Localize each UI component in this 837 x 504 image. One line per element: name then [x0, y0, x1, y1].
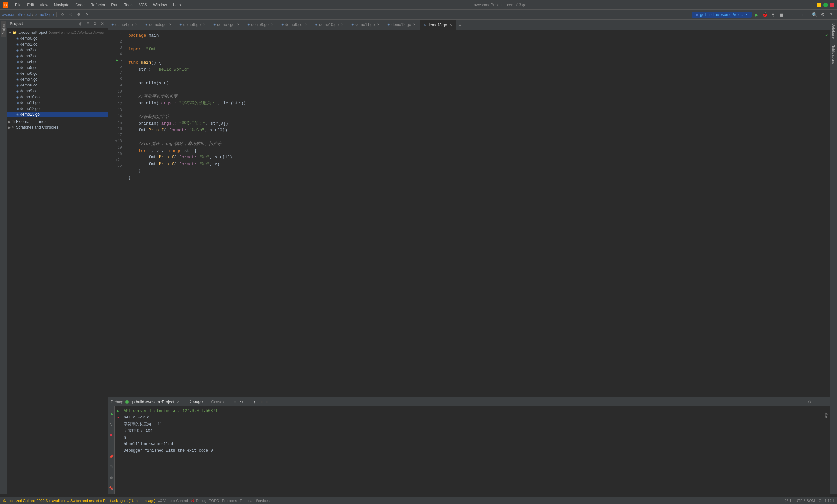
- pin-icon[interactable]: 📌: [109, 486, 113, 491]
- run-config-button[interactable]: ▶ go build awesomeProject ▼: [692, 12, 752, 18]
- panel-restore-button[interactable]: ⊞: [821, 399, 827, 405]
- tab-overflow-button[interactable]: ≡: [457, 22, 463, 27]
- tab-close-icon[interactable]: ✕: [168, 22, 173, 27]
- collapse-button[interactable]: ◁: [67, 12, 74, 17]
- tab-demo13[interactable]: ◈ demo13.go ✕: [420, 19, 457, 30]
- coverage-button[interactable]: ⛨: [769, 11, 777, 19]
- code-content[interactable]: package main import "fmt" func main() { …: [124, 30, 823, 397]
- tree-file-demo4[interactable]: ◈ demo4.go: [7, 59, 108, 65]
- tab-demo10[interactable]: ◈ demo10.go ✕: [312, 19, 348, 30]
- menu-edit[interactable]: Edit: [24, 2, 36, 8]
- menu-code[interactable]: Code: [73, 2, 87, 8]
- tree-external-libraries[interactable]: ▶ ⊞ External Libraries: [7, 119, 108, 125]
- tab-demo7[interactable]: ◈ demo7.go ✕: [210, 19, 244, 30]
- debug-output-area[interactable]: ▶ API server listening at: 127.0.0.1:508…: [114, 407, 823, 494]
- search-button[interactable]: 🔍: [810, 11, 818, 19]
- tab-close-icon[interactable]: ✕: [270, 22, 274, 27]
- run-gutter-icon[interactable]: ▶: [116, 58, 119, 64]
- notifications-tab[interactable]: Notifications: [831, 42, 836, 67]
- settings2-button[interactable]: ⚙: [819, 11, 826, 19]
- help-button[interactable]: ?: [827, 11, 835, 19]
- tree-settings-button[interactable]: ⚙: [92, 21, 98, 27]
- settings-button[interactable]: ⚙: [75, 12, 82, 17]
- menu-vcs[interactable]: VCS: [137, 2, 150, 8]
- project-breadcrumb[interactable]: awesomeProject: [2, 12, 31, 17]
- tab-close-icon[interactable]: ✕: [236, 22, 241, 27]
- menu-navigate[interactable]: Navigate: [51, 2, 72, 8]
- fold-icon[interactable]: ⊟: [115, 158, 117, 163]
- tree-file-demo12[interactable]: ◈ demo12.go: [7, 106, 108, 112]
- status-version-control[interactable]: ⎇ Version Control: [158, 499, 188, 503]
- tree-close-button[interactable]: ✕: [99, 21, 105, 27]
- tree-file-demo8[interactable]: ◈ demo8.go: [7, 82, 108, 88]
- status-encoding[interactable]: UTF-8 BOM: [795, 499, 815, 503]
- debugger-tab[interactable]: Debugger: [188, 399, 207, 405]
- menu-help[interactable]: Help: [170, 2, 184, 8]
- file-breadcrumb[interactable]: demo13.go: [34, 12, 54, 17]
- fold-icon[interactable]: ⊟: [115, 139, 117, 144]
- restart-debug-button[interactable]: ≡: [232, 399, 238, 405]
- tree-root-project[interactable]: ▼ 📁 awesomeProject D:\environment\GoWork…: [7, 30, 108, 35]
- structure-icon[interactable]: ⊞: [109, 465, 113, 468]
- status-warning[interactable]: ⚠ Localized GoLand 2022.3 is available /…: [3, 499, 155, 503]
- debug-side-icon[interactable]: ▶: [109, 413, 113, 415]
- tree-file-demo7[interactable]: ◈ demo7.go: [7, 76, 108, 82]
- stop-icon[interactable]: ■: [109, 434, 113, 436]
- tree-scratches-consoles[interactable]: ▶ ✎ Scratches and Consoles: [7, 125, 108, 130]
- minimize-button[interactable]: —: [817, 3, 821, 7]
- tab-close-icon[interactable]: ✕: [376, 22, 380, 27]
- tab-close-icon[interactable]: ✕: [412, 22, 417, 27]
- status-position[interactable]: 23:1: [785, 499, 791, 503]
- tree-file-demo0[interactable]: ◈ demo0.go: [7, 35, 108, 41]
- tree-collapse-button[interactable]: ⊟: [85, 21, 91, 27]
- console-tab[interactable]: Console: [210, 399, 227, 405]
- tree-file-demo10[interactable]: ◈ demo10.go: [7, 94, 108, 100]
- step-out-button[interactable]: ↑: [252, 399, 257, 405]
- close-button[interactable]: ✕: [830, 3, 834, 7]
- tab-demo12[interactable]: ◈ demo12.go ✕: [384, 19, 420, 30]
- menu-run[interactable]: Run: [108, 2, 121, 8]
- menu-refactor[interactable]: Refactor: [88, 2, 108, 8]
- make-icon[interactable]: make: [824, 408, 829, 419]
- tab-close-icon[interactable]: ✕: [340, 22, 344, 27]
- stop-button[interactable]: ◼: [778, 11, 786, 19]
- step-into-button[interactable]: ↓: [245, 399, 251, 405]
- tree-file-demo6[interactable]: ◈ demo6.go: [7, 71, 108, 76]
- tab-close-icon[interactable]: ✕: [202, 22, 207, 27]
- debug-close-tab[interactable]: ✕: [177, 399, 180, 404]
- sync-button[interactable]: ⟳: [59, 12, 66, 17]
- tab-close-icon[interactable]: ✕: [134, 22, 138, 27]
- tab-demo9[interactable]: ◈ demo9.go ✕: [278, 19, 312, 30]
- rerun-icon[interactable]: ↩: [109, 423, 113, 426]
- tree-file-demo13[interactable]: ◈ demo13.go: [7, 112, 108, 117]
- tab-demo4[interactable]: ◈ demo4.go ✕: [108, 19, 142, 30]
- pause-icon[interactable]: ⏸: [109, 444, 113, 447]
- tab-demo6[interactable]: ◈ demo6.go ✕: [176, 19, 210, 30]
- menu-file[interactable]: File: [12, 2, 24, 8]
- evaluate-button[interactable]: ⊞: [265, 399, 270, 405]
- status-todo[interactable]: TODO: [209, 499, 219, 503]
- tree-file-demo2[interactable]: ◈ demo2.go: [7, 47, 108, 53]
- panel-settings-button[interactable]: ⚙: [806, 399, 813, 405]
- bottom-settings-icon[interactable]: ⚙: [109, 476, 113, 479]
- run-to-cursor-button[interactable]: ⇥: [258, 399, 264, 405]
- menu-tools[interactable]: Tools: [121, 2, 136, 8]
- maximize-button[interactable]: □: [823, 3, 828, 7]
- tree-file-demo3[interactable]: ◈ demo3.go: [7, 53, 108, 59]
- status-debug[interactable]: 🐞 Debug: [191, 499, 207, 503]
- menu-window[interactable]: Window: [150, 2, 170, 8]
- step-over-button[interactable]: ↷: [238, 399, 245, 405]
- tab-close-icon[interactable]: ✕: [304, 22, 308, 27]
- forward-button[interactable]: →: [798, 11, 806, 19]
- debug-button[interactable]: 🐞: [761, 11, 769, 19]
- tree-file-demo1[interactable]: ◈ demo1.go: [7, 41, 108, 47]
- project-tab-label[interactable]: Project: [1, 21, 6, 37]
- status-terminal[interactable]: Terminal: [239, 499, 253, 503]
- panel-minimize-button[interactable]: —: [814, 399, 820, 405]
- tab-demo5[interactable]: ◈ demo5.go ✕: [142, 19, 176, 30]
- tab-close-icon[interactable]: ✕: [448, 23, 453, 27]
- tab-demo11[interactable]: ◈ demo11.go ✕: [348, 19, 384, 30]
- tree-file-demo5[interactable]: ◈ demo5.go: [7, 65, 108, 71]
- status-services[interactable]: Services: [256, 499, 270, 503]
- tree-locate-button[interactable]: ◎: [78, 21, 84, 27]
